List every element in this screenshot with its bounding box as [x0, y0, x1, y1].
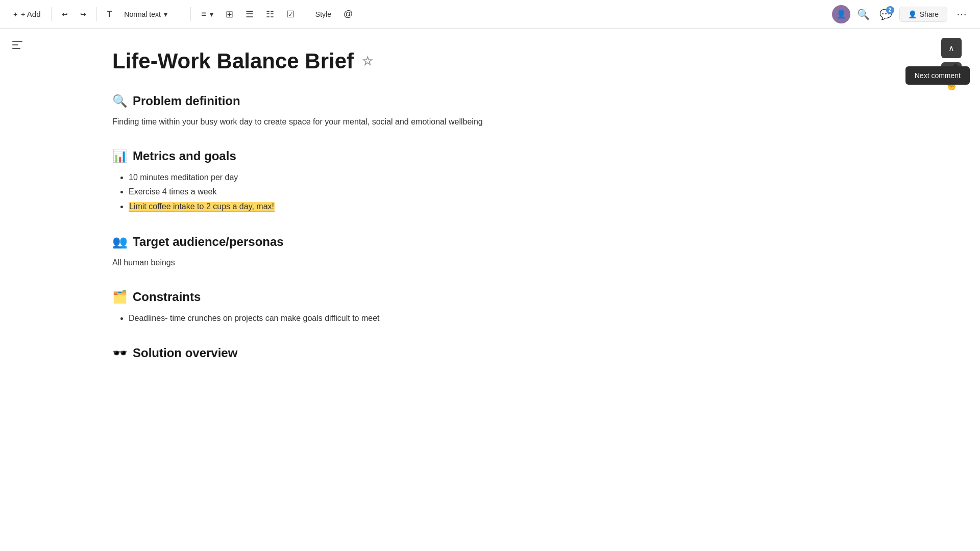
metrics-bullet-list: 10 minutes meditation per day Exercise 4…	[112, 170, 612, 214]
comments-button[interactable]: 💬 2	[877, 5, 895, 23]
numbered-list-icon: ☷	[266, 9, 274, 20]
section-constraints-heading: 🗂️ Constraints	[112, 290, 612, 304]
style-label: Style	[315, 10, 331, 18]
section-audience-heading: 👥 Target audience/personas	[112, 235, 612, 249]
highlighted-text: Limit coffee intake to 2 cups a day, max…	[129, 202, 275, 212]
prev-comment-button[interactable]: ∧	[941, 38, 962, 58]
list-item: Exercise 4 times a week	[129, 185, 612, 199]
tooltip-text: Next comment	[915, 71, 961, 80]
next-comment-tooltip: Next comment	[905, 66, 970, 85]
favorite-star-icon[interactable]: ☆	[362, 54, 373, 68]
text-style-dropdown[interactable]: Normal text ▾	[119, 7, 185, 21]
table-button[interactable]: ⊞	[220, 5, 238, 23]
redo-button[interactable]: ↪	[75, 5, 91, 23]
dropdown-icon: ▾	[164, 10, 167, 18]
align-icon: ≡	[201, 9, 207, 19]
sidebar-icon	[12, 40, 22, 52]
section-metrics-heading: 📊 Metrics and goals	[112, 149, 612, 163]
align-button[interactable]: ≡ ▾	[196, 5, 218, 23]
bullet-text-1: 10 minutes meditation per day	[129, 173, 238, 182]
section-constraints: 🗂️ Constraints Deadlines- time crunches …	[112, 290, 612, 326]
svg-rect-0	[12, 41, 22, 42]
section-problem-heading: 🔍 Problem definition	[112, 94, 612, 108]
section-problem-text: Finding time within your busy work day t…	[112, 115, 612, 129]
section-constraints-title: Constraints	[133, 290, 201, 304]
style-button[interactable]: Style	[310, 5, 336, 23]
constraints-bullet-list: Deadlines- time crunches on projects can…	[112, 311, 612, 326]
divider-1	[51, 7, 52, 21]
avatar-initials: 👤	[836, 9, 846, 19]
checklist-icon: ☑	[286, 9, 295, 20]
sidebar-toggle-button[interactable]	[8, 37, 27, 55]
mention-icon: @	[344, 9, 353, 19]
more-icon: ⋯	[957, 8, 967, 20]
section-metrics-title: Metrics and goals	[133, 149, 236, 163]
svg-rect-2	[12, 48, 20, 49]
divider-3	[190, 7, 191, 21]
section-solution: 🕶️ Solution overview	[112, 346, 612, 360]
constraints-emoji-icon: 🗂️	[112, 290, 128, 304]
share-button[interactable]: 👤 Share	[899, 7, 947, 22]
divider-2	[96, 7, 97, 21]
add-button[interactable]: + + Add	[8, 7, 46, 21]
plus-icon: +	[13, 10, 18, 18]
share-label: Share	[920, 10, 939, 18]
document-title-row: Life-Work Balance Brief ☆	[112, 49, 612, 73]
toolbar-right: 👤 🔍 💬 2 👤 Share ⋯	[832, 5, 972, 23]
constraint-text-1: Deadlines- time crunches on projects can…	[129, 314, 380, 322]
audience-emoji-icon: 👥	[112, 235, 128, 249]
more-options-button[interactable]: ⋯	[951, 5, 972, 23]
section-audience-text: All human beings	[112, 256, 612, 269]
add-label: + Add	[21, 10, 41, 18]
section-problem: 🔍 Problem definition Finding time within…	[112, 94, 612, 129]
checklist-button[interactable]: ☑	[281, 5, 300, 23]
text-format-icon: T	[107, 10, 112, 19]
metrics-emoji-icon: 📊	[112, 149, 128, 163]
list-item: Limit coffee intake to 2 cups a day, max…	[129, 199, 612, 214]
tooltip-container: Next comment	[905, 66, 970, 85]
section-problem-title: Problem definition	[133, 94, 240, 108]
section-solution-heading: 🕶️ Solution overview	[112, 346, 612, 360]
numbered-list-button[interactable]: ☷	[261, 5, 279, 23]
text-style-label: Normal text	[124, 10, 161, 18]
search-icon: 🔍	[857, 8, 870, 20]
document-content: Life-Work Balance Brief ☆ 🔍 Problem defi…	[0, 29, 612, 551]
undo-button[interactable]: ↩	[57, 5, 73, 23]
bullet-list-icon: ☰	[246, 9, 254, 20]
mention-button[interactable]: @	[338, 5, 358, 23]
divider-4	[305, 7, 305, 21]
document-title: Life-Work Balance Brief	[112, 49, 354, 73]
align-dropdown-icon: ▾	[210, 10, 213, 18]
undo-icon: ↩	[62, 10, 68, 18]
solution-emoji-icon: 🕶️	[112, 346, 128, 360]
chevron-up-icon: ∧	[948, 43, 954, 53]
list-item: 10 minutes meditation per day	[129, 170, 612, 185]
avatar[interactable]: 👤	[832, 5, 850, 23]
section-audience-title: Target audience/personas	[133, 235, 284, 249]
section-solution-title: Solution overview	[133, 346, 237, 360]
problem-emoji-icon: 🔍	[112, 94, 128, 108]
bullet-text-2: Exercise 4 times a week	[129, 187, 217, 196]
notifications-button[interactable]: 🔍	[854, 5, 873, 23]
toolbar: + + Add ↩ ↪ T Normal text ▾ ≡ ▾ ⊞ ☰ ☷ ☑ …	[0, 0, 980, 29]
notification-badge: 2	[886, 6, 894, 14]
text-format-button[interactable]: T	[102, 5, 117, 23]
svg-rect-1	[12, 44, 18, 45]
list-item: Deadlines- time crunches on projects can…	[129, 311, 612, 326]
section-audience: 👥 Target audience/personas All human bei…	[112, 235, 612, 269]
redo-icon: ↪	[80, 10, 86, 18]
share-icon: 👤	[908, 10, 917, 18]
bullet-list-button[interactable]: ☰	[240, 5, 259, 23]
table-icon: ⊞	[226, 9, 233, 20]
section-metrics: 📊 Metrics and goals 10 minutes meditatio…	[112, 149, 612, 214]
